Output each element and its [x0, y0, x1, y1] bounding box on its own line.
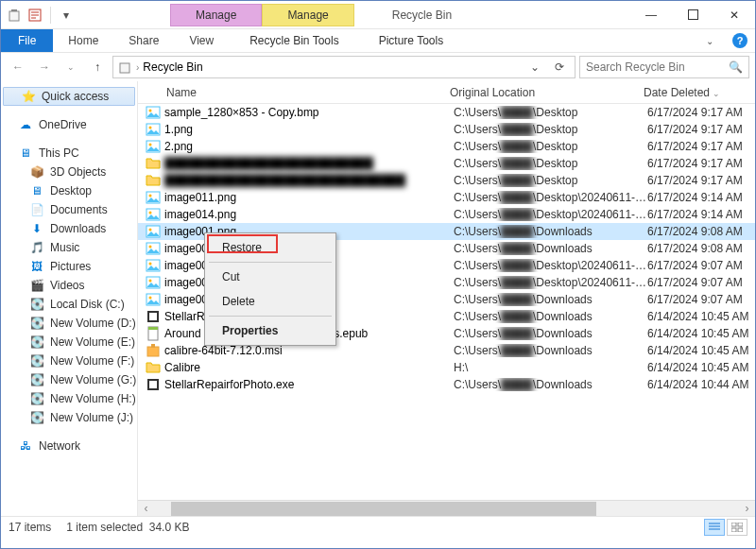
file-icon: [146, 224, 161, 239]
table-row[interactable]: 2.pngC:\Users\████\Desktop6/17/2024 9:17…: [138, 138, 755, 155]
sidebar-network[interactable]: 🖧Network: [1, 437, 137, 455]
file-location: C:\Users\████\Desktop: [454, 174, 647, 187]
context-delete[interactable]: Delete: [207, 289, 334, 314]
file-name: sample_1280×853 - Copy.bmp: [164, 106, 454, 119]
file-location: C:\Users\████\Desktop\20240611-data-re..…: [454, 191, 647, 204]
file-icon: [146, 258, 161, 273]
picture-tools-tab[interactable]: Picture Tools: [364, 29, 458, 52]
scrollbar-thumb[interactable]: [171, 502, 596, 516]
expand-ribbon-icon[interactable]: ⌄: [706, 36, 713, 46]
table-row[interactable]: StellarRepairforPhoto.exeC:\Users\████\D…: [138, 376, 755, 393]
sidebar-item[interactable]: 💽New Volume (D:): [1, 314, 137, 333]
context-properties[interactable]: Properties: [207, 318, 334, 343]
share-tab[interactable]: Share: [113, 29, 174, 52]
file-name: calibre-64bit-7.12.0.msi: [164, 344, 454, 357]
sidebar-onedrive[interactable]: ☁OneDrive: [1, 115, 137, 134]
star-icon: ⭐: [21, 89, 36, 104]
address-text: Recycle Bin: [143, 60, 202, 74]
recycle-bin-tools-tab[interactable]: Recycle Bin Tools: [234, 29, 354, 52]
file-date: 6/17/2024 9:14 AM: [647, 191, 755, 204]
folder-icon: 💽: [29, 391, 44, 406]
file-date: 6/17/2024 9:14 AM: [647, 208, 755, 221]
recycle-bin-icon: [117, 60, 132, 75]
sidebar-item[interactable]: 💽New Volume (F:): [1, 352, 137, 370]
svg-rect-0: [9, 11, 19, 21]
properties-icon[interactable]: [27, 8, 43, 23]
folder-icon: 💽: [29, 410, 44, 425]
scroll-right-icon[interactable]: ›: [739, 502, 755, 515]
close-button[interactable]: ✕: [713, 1, 755, 28]
contextual-tab-pink[interactable]: Manage: [170, 4, 262, 26]
sidebar-item[interactable]: 💽New Volume (G:): [1, 370, 137, 389]
table-row[interactable]: image011.pngC:\Users\████\Desktop\202406…: [138, 189, 755, 206]
refresh-icon[interactable]: ⟳: [548, 57, 571, 77]
address-box[interactable]: › Recycle Bin ⌄ ⟳: [112, 56, 576, 78]
table-row[interactable]: ██████████████████████████████C:\Users\█…: [138, 172, 755, 189]
table-row[interactable]: CalibreH:\6/14/2024 10:45 AM: [138, 359, 755, 376]
back-button[interactable]: ←: [7, 56, 29, 78]
qat-dropdown-icon[interactable]: ▾: [59, 8, 74, 23]
contextual-tab-yellow[interactable]: Manage: [262, 4, 353, 26]
sidebar-item[interactable]: ⬇Downloads: [1, 219, 137, 238]
svg-rect-1: [11, 9, 17, 11]
folder-icon: 💽: [29, 353, 44, 369]
sidebar-item[interactable]: 🎵Music: [1, 238, 137, 257]
help-icon[interactable]: ?: [732, 33, 747, 48]
column-date-deleted[interactable]: Date Deleted ⌄: [644, 86, 755, 99]
table-row[interactable]: sample_1280×853 - Copy.bmpC:\Users\████\…: [138, 104, 755, 121]
sidebar-item[interactable]: 📄Documents: [1, 200, 137, 219]
file-icon: [146, 139, 161, 154]
table-row[interactable]: 1.pngC:\Users\████\Desktop6/17/2024 9:17…: [138, 121, 755, 138]
up-button[interactable]: ↑: [86, 56, 109, 78]
recycle-bin-icon: [7, 8, 22, 23]
context-menu: Restore Cut Delete Properties: [204, 232, 336, 346]
sidebar-item[interactable]: 💽New Volume (E:): [1, 333, 137, 352]
home-tab[interactable]: Home: [53, 29, 113, 52]
column-headers[interactable]: Name Original Location Date Deleted ⌄: [138, 81, 755, 104]
navigation-pane[interactable]: ⭐Quick access ☁OneDrive 🖥This PC 📦3D Obj…: [1, 81, 138, 516]
search-box[interactable]: 🔍: [579, 56, 749, 78]
view-tab[interactable]: View: [174, 29, 229, 52]
maximize-button[interactable]: [672, 1, 713, 28]
window-title: Recycle Bin: [392, 9, 452, 22]
column-name[interactable]: Name: [138, 86, 450, 99]
svg-point-16: [149, 229, 152, 232]
sidebar-item[interactable]: 💽Local Disk (C:): [1, 295, 137, 314]
minimize-button[interactable]: —: [630, 1, 672, 28]
table-row[interactable]: image014.pngC:\Users\████\Desktop\202406…: [138, 206, 755, 223]
view-details-button[interactable]: [704, 519, 725, 536]
file-name: StellarRepairforPhoto.exe: [164, 378, 454, 391]
sidebar-item[interactable]: 💽New Volume (J:): [1, 408, 137, 427]
sidebar-item[interactable]: 🖥Desktop: [1, 181, 137, 200]
file-date: 6/17/2024 9:08 AM: [647, 225, 755, 238]
address-dropdown-icon[interactable]: ⌄: [524, 57, 546, 77]
sidebar-item[interactable]: 🎬Videos: [1, 276, 137, 295]
column-original-location[interactable]: Original Location: [450, 86, 644, 99]
table-row[interactable]: ██████████████████████████C:\Users\████\…: [138, 155, 755, 172]
svg-point-18: [149, 246, 152, 249]
sidebar-quick-access[interactable]: ⭐Quick access: [3, 87, 135, 106]
search-icon[interactable]: 🔍: [729, 60, 743, 74]
recent-dropdown[interactable]: ⌄: [60, 56, 82, 78]
context-restore[interactable]: Restore: [207, 235, 334, 260]
scroll-left-icon[interactable]: ‹: [138, 502, 154, 515]
file-tab[interactable]: File: [1, 29, 53, 52]
file-location: C:\Users\████\Desktop: [454, 140, 647, 153]
sidebar-this-pc[interactable]: 🖥This PC: [1, 144, 137, 163]
context-cut[interactable]: Cut: [207, 265, 334, 289]
file-date: 6/14/2024 10:45 AM: [647, 344, 755, 357]
file-icon: [146, 309, 161, 324]
sidebar-item[interactable]: 🖼Pictures: [1, 257, 137, 276]
svg-rect-28: [148, 327, 158, 330]
horizontal-scrollbar[interactable]: ‹ ›: [138, 500, 755, 516]
folder-icon: 📦: [29, 164, 44, 180]
file-date: 6/17/2024 9:07 AM: [647, 293, 755, 306]
file-location: C:\Users\████\Downloads: [454, 327, 647, 340]
folder-icon: 🎬: [29, 278, 44, 293]
view-thumbnails-button[interactable]: [727, 519, 747, 536]
file-name: ██████████████████████████: [164, 157, 454, 170]
search-input[interactable]: [586, 60, 729, 74]
file-date: 6/17/2024 9:17 AM: [647, 174, 755, 187]
sidebar-item[interactable]: 💽New Volume (H:): [1, 389, 137, 408]
sidebar-item[interactable]: 📦3D Objects: [1, 163, 137, 181]
